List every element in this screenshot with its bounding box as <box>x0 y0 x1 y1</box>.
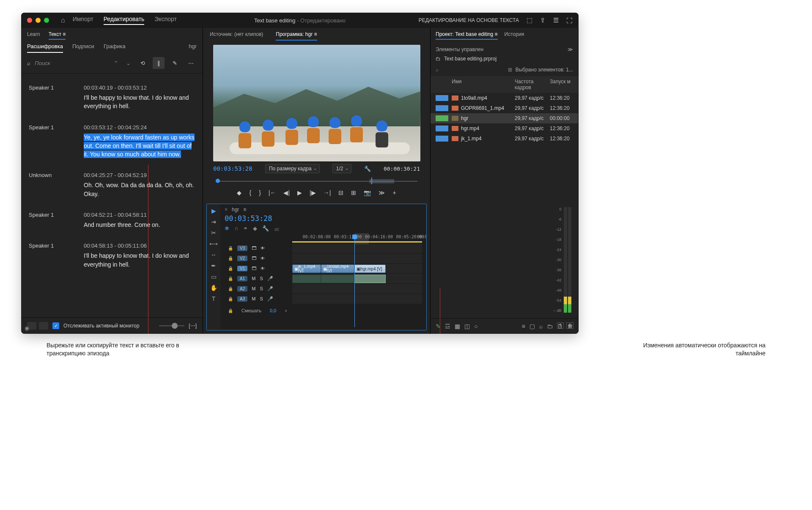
playhead[interactable] <box>354 235 355 327</box>
snap-icon[interactable]: ❄ <box>225 225 229 233</box>
col-start[interactable]: Запуск м <box>550 79 573 90</box>
mute-button[interactable]: M <box>252 286 255 291</box>
track-a1[interactable] <box>292 273 422 284</box>
cc-icon[interactable]: ㏄ <box>274 225 280 233</box>
segment-text[interactable]: I'll be happy to know that. I do know an… <box>84 251 195 269</box>
sort-icon[interactable]: ≡ <box>522 323 525 330</box>
lock-icon[interactable] <box>228 308 233 313</box>
track-select-icon[interactable]: ⇥ <box>211 218 216 225</box>
clip-video[interactable]: ▣ jk_1.mp4 [V] <box>292 265 321 273</box>
track-label-a1[interactable]: A1 <box>237 276 247 281</box>
rect-tool-icon[interactable]: ▭ <box>211 273 217 280</box>
export-frame-icon[interactable]: 📷 <box>364 189 371 196</box>
program-monitor[interactable] <box>213 45 420 161</box>
new-bin-icon[interactable]: 🗀 <box>547 323 553 330</box>
lock-icon[interactable] <box>228 296 233 301</box>
maximize-window[interactable] <box>44 18 49 23</box>
type-tool-icon[interactable]: T <box>212 295 216 302</box>
subtab-captions[interactable]: Подписи <box>72 43 94 53</box>
tab-history[interactable]: История <box>505 31 524 40</box>
search-icon[interactable]: ⌕ <box>436 67 439 73</box>
ripple-tool-icon[interactable]: ✂ <box>211 229 216 236</box>
track-a3[interactable] <box>292 294 422 304</box>
mic-icon[interactable]: 🎤 <box>267 296 273 302</box>
segment-text[interactable]: Oh. Oh, wow. Da da da da da. Oh, oh, oh.… <box>84 181 195 198</box>
track-v3[interactable] <box>292 243 422 253</box>
add-btn-icon[interactable]: + <box>392 189 396 196</box>
workspace-label[interactable]: РЕДАКТИРОВАНИЕ НА ОСНОВЕ ТЕКСТА <box>419 17 519 23</box>
search-input[interactable]: Поиск <box>35 60 50 66</box>
pause-icon[interactable]: ‖ <box>153 57 165 69</box>
lock-icon[interactable] <box>228 245 233 251</box>
lock-icon[interactable] <box>228 256 233 261</box>
workspace-menu-icon[interactable]: ☰ <box>553 16 559 24</box>
add-marker-icon[interactable]: ◆ <box>237 189 241 196</box>
more-tabs-icon[interactable]: ≫ <box>568 46 573 52</box>
track-label-a3[interactable]: A3 <box>237 296 247 302</box>
go-in-icon[interactable]: |← <box>269 189 276 196</box>
col-name[interactable]: Имя <box>452 79 511 90</box>
zoom-slider-icon[interactable]: ○ <box>474 323 477 330</box>
segment-text[interactable]: And number three. Come on. <box>84 221 195 229</box>
list-view-icon[interactable]: ☲ <box>445 323 450 330</box>
mark-in-icon[interactable]: { <box>249 189 251 196</box>
solo-button[interactable]: S <box>260 296 263 301</box>
follow-checkbox[interactable]: ✓ <box>52 322 59 329</box>
slip-tool-icon[interactable]: ↔ <box>211 251 217 258</box>
fit-dropdown[interactable]: По размеру кадра <box>265 164 320 173</box>
edit-icon[interactable]: ✎ <box>169 57 181 69</box>
item-name[interactable]: hgr.mp4 <box>461 125 479 131</box>
program-timecode[interactable]: 00:03:53:28 <box>213 165 252 172</box>
close-window[interactable] <box>27 18 32 23</box>
eye-icon[interactable] <box>261 245 265 251</box>
tab-program[interactable]: Программа: hgr ≡ <box>276 31 317 41</box>
minimize-window[interactable] <box>36 18 41 23</box>
home-icon[interactable]: ⌂ <box>61 16 65 24</box>
subtab-transcript[interactable]: Расшифровка <box>27 43 63 53</box>
track-v1[interactable]: ▣ jk_1.mp4 [V] ▣ 1to9all.mp4 [V] ▣ hgr.m… <box>292 263 422 273</box>
mute-button[interactable]: M <box>252 296 255 301</box>
options-icon[interactable]: [⋯] <box>189 323 197 329</box>
item-name[interactable]: 1to9all.mp4 <box>461 95 487 101</box>
clip-video-selected[interactable]: ▣ hgr.mp4 [V] <box>354 265 386 273</box>
mark-out-icon[interactable]: } <box>259 189 261 196</box>
mic-icon[interactable]: 🎤 <box>267 286 273 292</box>
marker-tl-icon[interactable]: ◆ <box>253 225 257 233</box>
time-ruler[interactable]: 00:02:08:00 00:03:12:00 00:04:16:00 00:0… <box>292 235 422 243</box>
program-scrubber[interactable] <box>211 177 422 184</box>
zoom-slider[interactable] <box>159 325 184 326</box>
step-back-icon[interactable]: ◀| <box>283 189 290 196</box>
play-icon[interactable]: ▶ <box>297 189 302 196</box>
search-icon[interactable]: ⌕ <box>27 60 30 66</box>
extract-icon[interactable]: ⊞ <box>351 189 356 196</box>
track-v2[interactable] <box>292 253 422 263</box>
track-label-v1[interactable]: V1 <box>237 266 247 271</box>
solo-button[interactable]: S <box>260 286 263 291</box>
lock-icon[interactable] <box>228 286 233 291</box>
eye-icon[interactable] <box>261 256 265 261</box>
solo-toggle-2[interactable]: S <box>566 322 573 329</box>
tab-text[interactable]: Текст ≡ <box>49 31 66 40</box>
next-match[interactable]: ⌄ <box>124 59 132 67</box>
more-transport[interactable]: ≫ <box>379 189 385 196</box>
quick-export-icon[interactable]: ⬚ <box>527 16 532 24</box>
clip-audio-selected[interactable] <box>354 275 386 283</box>
razor-tool-icon[interactable]: ⟷ <box>209 240 218 247</box>
share-icon[interactable]: ⇪ <box>540 16 546 24</box>
lift-icon[interactable]: ⊟ <box>338 189 343 196</box>
tab-source[interactable]: Источник: (нет клипов) <box>210 31 263 41</box>
wrench-icon[interactable]: 🔧 <box>262 225 269 233</box>
track-label-a2[interactable]: A2 <box>237 286 247 292</box>
selection-tool-icon[interactable]: ▶ <box>211 207 216 214</box>
segment-text[interactable]: I'll be happy to know that. I do know an… <box>84 93 195 111</box>
tab-import[interactable]: Импорт <box>73 16 93 25</box>
segment-text[interactable]: Ye, ye, ye look forward fasten as up wor… <box>84 133 195 159</box>
find-icon[interactable]: ⌕ <box>539 323 543 330</box>
bin-icon[interactable]: 🗀 <box>436 56 441 62</box>
seq-menu-icon[interactable]: ≡ <box>243 207 246 213</box>
timeline-timecode[interactable]: 00:03:53:28 <box>225 214 422 223</box>
sequence-name[interactable]: hgr <box>232 207 239 213</box>
auto-icon[interactable]: ▢ <box>529 323 535 330</box>
link-icon[interactable]: ⚭ <box>243 225 248 233</box>
filter-icon[interactable]: ⊞ <box>508 67 512 73</box>
